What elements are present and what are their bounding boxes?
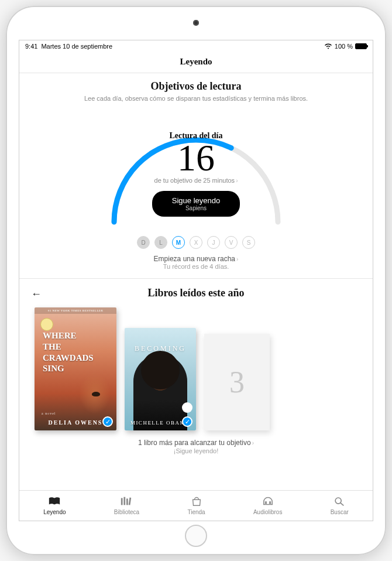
streak-label: Empieza una nueva racha xyxy=(154,255,235,263)
books-goal-cheer: ¡Sigue leyendo! xyxy=(31,447,361,454)
chevron-right-icon: › xyxy=(252,440,254,446)
check-icon: ✓ xyxy=(182,416,192,427)
audiolibros-icon xyxy=(262,496,274,508)
books-row[interactable]: #1 NEW YORK TIMES BESTSELLER WHERETHECRA… xyxy=(31,307,361,430)
day-dot-J[interactable]: J xyxy=(207,236,220,249)
chevron-right-icon: › xyxy=(236,177,238,184)
today-goal-row[interactable]: de tu objetivo de 25 minutos› xyxy=(102,177,290,184)
status-date: Martes 10 de septiembre xyxy=(41,43,112,50)
svg-rect-0 xyxy=(121,498,123,505)
day-dot-X[interactable]: X xyxy=(190,236,202,249)
tab-label: Buscar xyxy=(331,509,349,515)
day-dot-V[interactable]: V xyxy=(225,236,238,249)
svg-line-5 xyxy=(341,503,344,506)
page-title: Leyendo xyxy=(19,52,373,73)
day-dot-M[interactable]: M xyxy=(172,236,185,249)
anovel-tag: a novel xyxy=(42,412,56,415)
svg-point-4 xyxy=(335,498,341,504)
book-crawdads[interactable]: #1 NEW YORK TIMES BESTSELLER WHERETHECRA… xyxy=(35,307,116,430)
chevron-right-icon: › xyxy=(236,256,238,262)
tab-audiolibros[interactable]: Audiolibros xyxy=(253,496,282,515)
book-becoming[interactable]: BECOMING MICHELLE OBAMA ✓ xyxy=(125,328,196,430)
audio-badge-icon xyxy=(182,402,192,413)
tab-label: Audiolibros xyxy=(253,509,282,515)
section-divider xyxy=(19,278,373,279)
screen: 9:41 Martes 10 de septiembre 100 % Leyen… xyxy=(19,40,373,521)
goals-subtitle: Lee cada día, observa cómo se disparan t… xyxy=(31,95,361,102)
week-dots: DLMXJVS xyxy=(31,236,361,249)
streak-sub: Tu récord es de 4 días. xyxy=(31,263,361,270)
day-dot-L[interactable]: L xyxy=(154,236,167,249)
tab-biblioteca[interactable]: Biblioteca xyxy=(114,496,139,515)
tab-leyendo[interactable]: Leyendo xyxy=(43,496,66,515)
cta-book-label: Sapiens xyxy=(172,205,220,211)
ipad-frame: 9:41 Martes 10 de septiembre 100 % Leyen… xyxy=(6,6,386,555)
progress-arc: Lectura del día 16 de tu objetivo de 25 … xyxy=(102,108,290,228)
award-badge-icon xyxy=(40,318,53,331)
biblioteca-icon xyxy=(120,496,133,508)
front-camera xyxy=(193,20,199,26)
books-goal-row[interactable]: 1 libro más para alcanzar tu objetivo› xyxy=(31,439,361,447)
battery-icon xyxy=(355,43,367,49)
battery-percent: 100 % xyxy=(335,43,353,50)
content-scroll[interactable]: Objetivos de lectura Lee cada día, obser… xyxy=(19,73,373,490)
books-header: Libros leídos este año xyxy=(147,287,244,299)
buscar-icon xyxy=(333,496,346,508)
tab-bar: LeyendoBibliotecaTiendaAudiolibrosBuscar xyxy=(19,490,373,521)
tienda-icon xyxy=(190,496,203,508)
tab-label: Tienda xyxy=(187,509,205,515)
streak-row[interactable]: Empieza una nueva racha› xyxy=(31,255,361,263)
wifi-icon xyxy=(324,43,332,50)
day-dot-S[interactable]: S xyxy=(242,236,255,249)
svg-rect-2 xyxy=(126,498,128,505)
check-icon: ✓ xyxy=(102,416,113,427)
leyendo-icon xyxy=(48,496,61,508)
tab-buscar[interactable]: Buscar xyxy=(331,496,349,515)
cta-main-label: Sigue leyendo xyxy=(172,196,220,205)
tab-label: Leyendo xyxy=(43,509,66,515)
svg-rect-1 xyxy=(124,497,126,505)
day-dot-D[interactable]: D xyxy=(137,236,150,249)
books-goal-progress: 1 libro más para alcanzar tu objetivo xyxy=(138,439,251,447)
placeholder-number: 3 xyxy=(229,365,245,399)
status-time: 9:41 xyxy=(25,43,37,50)
today-goal-text: de tu objetivo de 25 minutos xyxy=(154,177,235,184)
status-bar: 9:41 Martes 10 de septiembre 100 % xyxy=(19,40,373,52)
keep-reading-button[interactable]: Sigue leyendo Sapiens xyxy=(152,191,240,217)
svg-rect-3 xyxy=(129,498,132,505)
today-minutes: 16 xyxy=(102,139,290,177)
tab-tienda[interactable]: Tienda xyxy=(187,496,205,515)
goals-title: Objetivos de lectura xyxy=(31,80,361,93)
back-arrow-icon[interactable]: ← xyxy=(31,288,42,300)
home-button[interactable] xyxy=(185,525,207,547)
book-goal-placeholder[interactable]: 3 xyxy=(204,334,270,430)
bestseller-tag: #1 NEW YORK TIMES BESTSELLER xyxy=(35,307,116,314)
tab-label: Biblioteca xyxy=(114,509,139,515)
